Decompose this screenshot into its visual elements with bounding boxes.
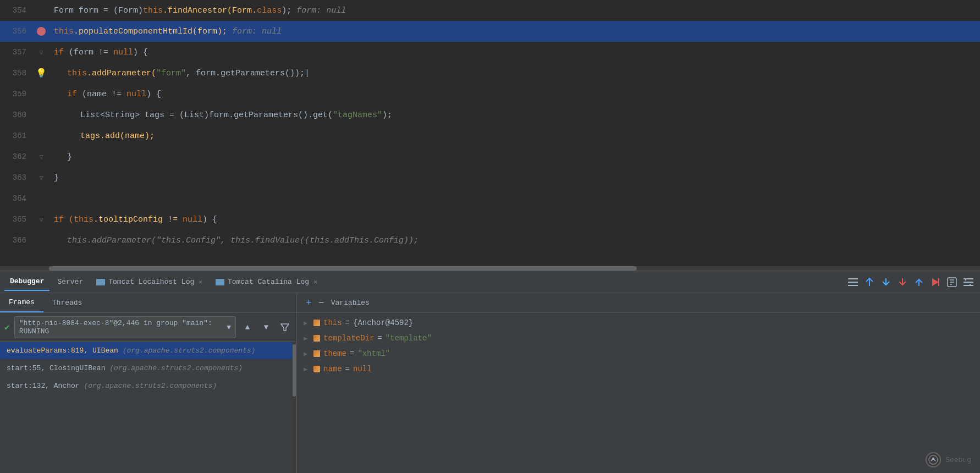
tab-server[interactable]: Server [52,273,89,291]
seebug-label: Seebug [945,456,971,464]
var-icon-theme [313,350,320,357]
seebug-logo-icon [926,452,941,468]
thread-up-btn[interactable]: ▲ [240,320,255,334]
var-item-theme: ▶ theme = "xhtml" [297,346,980,361]
frame-item-2[interactable]: start:132, Anchor (org.apache.struts2.co… [0,377,292,395]
line-number-365: 365 [0,215,33,224]
tab-tomcat-localhost[interactable]: Tomcat Localhost Log ✕ [91,273,208,291]
thread-check-icon: ✔ [4,322,10,333]
remove-variable-btn[interactable]: − [316,298,327,309]
line-number-354: 354 [0,6,33,15]
gutter-362: ▽ [33,153,49,161]
gutter-365: ▽ [33,216,49,224]
fold-arrow-357[interactable]: ▽ [39,48,43,57]
tomcat-localhost-icon [96,279,105,285]
toolbar-evaluate-btn[interactable] [945,275,959,289]
code-scrollbar[interactable] [0,266,980,271]
code-content-358: this.addParameter("form", form.getParame… [49,69,980,78]
line-number-362: 362 [0,152,33,161]
frame-method-0: evaluateParams:819, UIBean [7,346,118,355]
code-content-365: if (this.tooltipConfig != null) { [49,215,980,224]
frame-method-2: start:132, Anchor [7,382,80,390]
var-icon-name [313,366,320,372]
var-name-name: name [323,365,342,373]
svg-rect-9 [964,278,973,279]
toolbar-resume-btn[interactable] [862,275,877,289]
code-content-360: List<String> tags = (List)form.getParame… [49,111,980,120]
thread-down-btn[interactable]: ▼ [259,320,273,334]
svg-rect-2 [848,285,858,286]
tab-tomcat-catalina[interactable]: Tomcat Catalina Log ✕ [210,273,323,291]
right-panel: + − Variables ▶ this = {Anchor@4592} ▶ [297,293,980,473]
toolbar-settings-btn[interactable] [961,275,976,289]
var-item-templatedir: ▶ templateDir = "template" [297,331,980,346]
var-name-this: this [323,318,342,327]
frame-item-0[interactable]: evaluateParams:819, UIBean (org.apache.s… [0,342,292,360]
fold-arrow-362[interactable]: ▽ [39,153,43,161]
var-value-name: null [353,365,372,373]
expand-this-icon[interactable]: ▶ [304,319,310,327]
add-variable-btn[interactable]: + [304,298,314,309]
var-icon-this [313,320,320,326]
subtab-frames[interactable]: Frames [0,293,43,312]
code-line-356: 356 this.populateComponentHtmlId(form); … [0,21,980,42]
var-name-theme: theme [323,349,346,358]
var-icon-templatedir [313,335,320,342]
toolbar-step-over-btn[interactable] [879,275,893,289]
tab-debugger[interactable]: Debugger [4,273,49,291]
svg-rect-1 [848,282,858,283]
thread-dropdown-label: "http-nio-8084-exec-8"@2,446 in group "m… [19,319,227,336]
code-content-357: if (form != null) { [49,48,980,57]
bottom-panel: Debugger Server Tomcat Localhost Log ✕ T… [0,271,980,473]
fold-arrow-363[interactable]: ▽ [39,174,43,182]
expand-templatedir-icon[interactable]: ▶ [304,334,310,343]
toolbar-run-cursor-btn[interactable] [928,275,943,289]
frame-class-2: (org.apache.struts2.components) [84,382,217,390]
line-number-358: 358 [0,69,33,78]
code-line-360: 360 List<String> tags = (List)form.getPa… [0,105,980,125]
expand-theme-icon[interactable]: ▶ [304,350,310,358]
expand-name-icon[interactable]: ▶ [304,365,310,373]
var-value-theme: "xhtml" [357,349,390,358]
code-line-358: 358 💡 this.addParameter("form", form.get… [0,63,980,84]
frame-class-0: (org.apache.struts2.components) [123,346,256,355]
gutter-356 [33,27,49,36]
toolbar-step-out-btn[interactable] [912,275,926,289]
tab-debugger-label: Debugger [10,277,44,285]
tab-tomcat-catalina-label: Tomcat Catalina Log [228,278,309,286]
var-equals-theme: = [350,349,354,358]
seebug-logo-container: Seebug [926,452,971,468]
code-line-357: 357 ▽ if (form != null) { [0,42,980,63]
line-number-364: 364 [0,194,33,203]
var-value-templatedir: "template" [386,334,432,343]
tab-tomcat-catalina-close[interactable]: ✕ [313,278,317,285]
toolbar-step-into-btn[interactable] [895,275,910,289]
thread-dropdown[interactable]: "http-nio-8084-exec-8"@2,446 in group "m… [14,316,236,338]
tab-tomcat-localhost-close[interactable]: ✕ [199,278,202,285]
code-content-366: this.addParameter("this.Config", this.fi… [49,236,980,245]
thread-filter-btn[interactable] [278,320,292,334]
fold-arrow-365[interactable]: ▽ [39,216,43,224]
var-value-this: {Anchor@4592} [353,318,413,327]
code-line-362: 362 ▽ } [0,146,980,167]
toolbar-menu-btn[interactable] [846,275,860,289]
bulb-icon[interactable]: 💡 [36,68,47,79]
code-content-361: tags.add(name); [49,131,980,141]
code-scrollbar-thumb[interactable] [49,266,637,271]
frames-scrollbar-thumb[interactable] [293,344,296,397]
code-line-363: 363 ▽ } [0,167,980,188]
frame-item-1[interactable]: start:55, ClosingUIBean (org.apache.stru… [0,360,292,377]
tabs-row: Debugger Server Tomcat Localhost Log ✕ T… [0,271,980,293]
svg-point-16 [932,458,934,460]
frame-method-1: start:55, ClosingUIBean [7,364,105,372]
var-equals-this: = [345,318,350,327]
subtabs-row: Frames Threads [0,293,296,313]
frames-scrollbar[interactable] [292,342,296,473]
svg-marker-3 [932,278,939,286]
code-line-359: 359 if (name != null) { [0,84,980,105]
svg-marker-14 [281,324,289,331]
svg-rect-11 [964,285,973,286]
line-number-366: 366 [0,236,33,245]
subtab-threads[interactable]: Threads [43,293,91,312]
line-number-357: 357 [0,48,33,57]
